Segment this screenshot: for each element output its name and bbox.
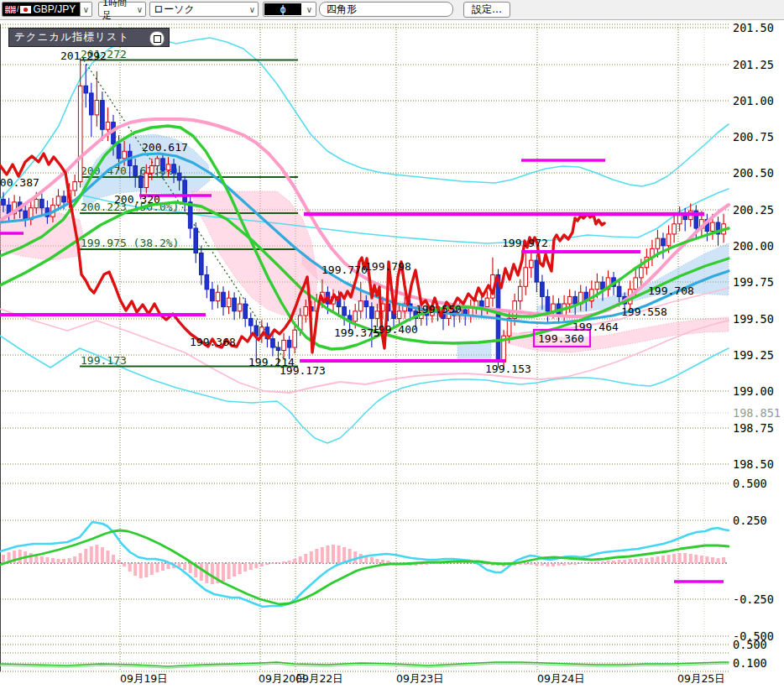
svg-text:0.250: 0.250 [733, 514, 767, 527]
chart-window: 201.272200.470 (61.8%)200.223 (50.0%)199… [0, 0, 784, 689]
svg-text:199.25: 199.25 [733, 348, 774, 362]
grid-layer [0, 0, 784, 689]
timeframe-select[interactable]: 1時間足 ∨ [98, 2, 146, 17]
svg-text:198.50: 198.50 [733, 457, 774, 471]
svg-text:201.25: 201.25 [733, 58, 774, 71]
svg-text:200.387: 200.387 [0, 176, 39, 189]
svg-text:09月25日: 09月25日 [677, 672, 725, 685]
svg-text:199.75: 199.75 [733, 275, 774, 289]
svg-text:199.708: 199.708 [648, 284, 694, 297]
svg-text:0.500: 0.500 [733, 638, 767, 651]
svg-text:09月19日: 09月19日 [120, 672, 168, 685]
currency-flags: / [5, 5, 31, 13]
svg-text:0.500: 0.500 [733, 477, 767, 490]
svg-text:200.75: 200.75 [733, 130, 774, 144]
settings-label: 設定… [472, 3, 502, 17]
svg-text:200.00: 200.00 [733, 239, 774, 253]
svg-text:200.50: 200.50 [733, 166, 774, 180]
timeframe-label: 1時間足 [102, 0, 134, 22]
svg-text:199.464: 199.464 [572, 321, 619, 333]
symbol-label: GBP/JPY [34, 3, 76, 15]
chart-type-label: ローソク [154, 3, 195, 17]
chevron-down-icon: ∨ [304, 5, 315, 14]
svg-text:199.770: 199.770 [321, 264, 368, 276]
symbol-select[interactable]: / GBP/JPY ∨ [2, 2, 92, 17]
svg-text:0.100: 0.100 [733, 656, 767, 670]
uk-flag-icon [5, 6, 16, 13]
restore-window-icon[interactable] [149, 31, 165, 46]
chevron-down-icon: ∨ [134, 5, 145, 14]
line-style-select[interactable]: ϕ ∨ [263, 2, 316, 17]
svg-text:199.400: 199.400 [372, 323, 418, 336]
svg-text:201.50: 201.50 [733, 21, 774, 34]
line-style-swatch: ϕ [264, 3, 301, 15]
svg-text:-0.250: -0.250 [733, 592, 774, 606]
svg-text:199.153: 199.153 [485, 363, 531, 375]
svg-text:09月23日: 09月23日 [396, 672, 444, 685]
svg-text:09月22日: 09月22日 [295, 672, 343, 685]
svg-text:199.798: 199.798 [365, 260, 411, 273]
svg-text:198.75: 198.75 [733, 421, 774, 435]
svg-text:201.00: 201.00 [733, 94, 774, 107]
toolbar: / GBP/JPY ∨ 1時間足 ∨ ローソク ∨ ϕ ∨ 四角形 設定… [0, 0, 784, 20]
svg-text:200.25: 200.25 [733, 203, 774, 217]
svg-text:199.173: 199.173 [81, 354, 127, 367]
drawing-tool-label: 四角形 [327, 3, 357, 17]
svg-text:199.972: 199.972 [502, 237, 548, 249]
svg-text:199.975 (38.2%): 199.975 (38.2%) [81, 237, 179, 249]
drawing-tool-field[interactable]: 四角形 [319, 2, 453, 17]
svg-text:199.00: 199.00 [733, 384, 774, 398]
settings-button[interactable]: 設定… [463, 2, 510, 18]
svg-text:200.617: 200.617 [142, 141, 188, 154]
svg-text:199.50: 199.50 [733, 312, 774, 326]
chevron-down-icon: ∨ [80, 3, 91, 16]
svg-text:201.292: 201.292 [60, 50, 107, 62]
chart-type-select[interactable]: ローソク ∨ [149, 2, 259, 17]
svg-text:199.558: 199.558 [621, 305, 667, 318]
chevron-down-icon: ∨ [247, 5, 258, 14]
svg-text:198.851: 198.851 [733, 406, 781, 420]
indicator-list-title: テクニカル指標リスト [14, 30, 129, 44]
japan-flag-icon [20, 6, 31, 13]
svg-text:199.173: 199.173 [280, 364, 326, 377]
svg-text:200.320: 200.320 [114, 193, 160, 206]
indicator-list-titlebar[interactable]: テクニカル指標リスト [8, 28, 170, 47]
svg-text:199.368: 199.368 [190, 336, 236, 348]
svg-text:09月24日: 09月24日 [537, 672, 585, 685]
svg-text:199.360: 199.360 [538, 332, 584, 345]
price-chart-canvas[interactable]: 201.272200.470 (61.8%)200.223 (50.0%)199… [0, 0, 784, 689]
flag-separator: / [17, 5, 19, 13]
svg-text:199.550: 199.550 [416, 303, 462, 316]
